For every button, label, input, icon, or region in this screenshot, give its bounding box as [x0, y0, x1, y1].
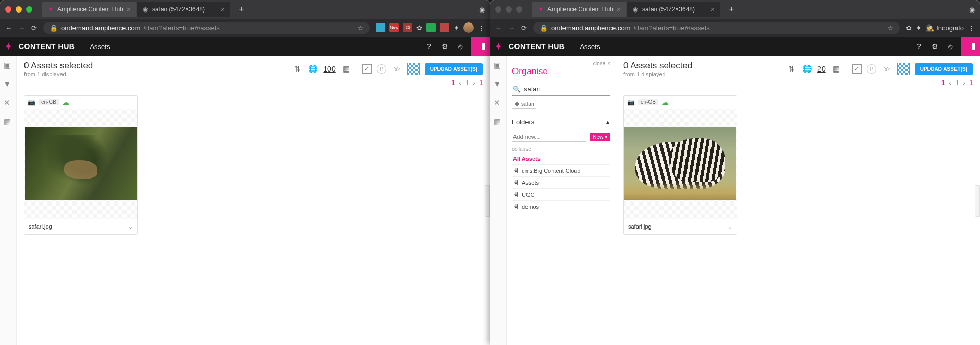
- app-logo-icon[interactable]: ✦: [0, 38, 17, 55]
- sort-icon[interactable]: ⇅: [786, 64, 797, 74]
- window-min[interactable]: [506, 6, 512, 13]
- drawer-handle[interactable]: [485, 185, 490, 217]
- ext-6[interactable]: [440, 23, 449, 32]
- select-toggle[interactable]: ✓: [362, 64, 372, 74]
- extensions-icon[interactable]: ✦: [454, 24, 459, 32]
- folder-icon[interactable]: ▣: [494, 61, 503, 70]
- prev-icon[interactable]: ‹: [949, 79, 951, 87]
- incognito-badge[interactable]: 🕵 Incognito: [926, 24, 964, 32]
- new-folder-input[interactable]: [512, 132, 586, 142]
- menu-icon[interactable]: ⋮: [968, 24, 975, 32]
- tools-icon[interactable]: ✕: [494, 98, 503, 108]
- thumbnail[interactable]: [624, 109, 737, 219]
- grid-icon[interactable]: ▦: [831, 64, 841, 74]
- forward-icon[interactable]: →: [508, 24, 515, 32]
- drawer-handle[interactable]: [975, 185, 980, 217]
- window-close[interactable]: [495, 6, 501, 13]
- exit-icon[interactable]: ⎋: [946, 42, 955, 51]
- help-icon[interactable]: ?: [424, 42, 434, 51]
- new-folder-button[interactable]: New ▾: [590, 133, 610, 141]
- tools-icon[interactable]: ✕: [4, 98, 13, 108]
- tab-close-icon[interactable]: ×: [710, 5, 715, 14]
- tab-2[interactable]: ◉ safari (5472×3648) ×: [137, 2, 230, 17]
- settings-icon[interactable]: ⚙: [440, 42, 449, 51]
- folders-heading[interactable]: Folders ▲: [512, 115, 610, 129]
- page-size[interactable]: 20: [817, 65, 826, 73]
- eye-icon[interactable]: 👁: [881, 65, 892, 74]
- new-tab-button[interactable]: +: [235, 4, 249, 15]
- checker-toggle[interactable]: [897, 63, 910, 75]
- profile-avatar[interactable]: [463, 22, 474, 33]
- reload-icon[interactable]: ⟳: [31, 24, 37, 32]
- media-icon[interactable]: ◉: [479, 6, 485, 14]
- ext-5[interactable]: [426, 23, 436, 32]
- help-icon[interactable]: ?: [914, 42, 924, 51]
- window-max[interactable]: [516, 6, 522, 13]
- search-input[interactable]: safari: [524, 85, 609, 93]
- back-icon[interactable]: ←: [5, 24, 12, 32]
- forward-icon[interactable]: →: [18, 24, 25, 32]
- grid-icon[interactable]: ▦: [341, 64, 351, 74]
- ext-2[interactable]: New: [389, 23, 399, 32]
- eye-icon[interactable]: 👁: [391, 65, 402, 74]
- next-icon[interactable]: ›: [473, 79, 475, 87]
- tab-1[interactable]: ✦ Amplience Content Hub ×: [42, 2, 137, 17]
- close-panel[interactable]: close ×: [593, 61, 610, 66]
- chevron-down-icon[interactable]: ⌄: [128, 223, 133, 230]
- cube-icon[interactable]: ▦: [494, 117, 503, 126]
- upload-button[interactable]: UPLOAD ASSET(S): [425, 63, 483, 75]
- window-max[interactable]: [26, 6, 32, 13]
- panel-toggle-button[interactable]: [471, 37, 490, 56]
- publish-icon[interactable]: P: [867, 64, 876, 74]
- folder-all-assets[interactable]: All Assets: [512, 153, 610, 164]
- ext-1[interactable]: [376, 23, 385, 32]
- tab-close-icon[interactable]: ×: [617, 5, 621, 14]
- folder-icon[interactable]: ▣: [4, 61, 13, 70]
- star-icon[interactable]: ☆: [357, 24, 363, 32]
- extensions-icon[interactable]: ✦: [916, 24, 922, 32]
- chevron-down-icon[interactable]: ⌄: [728, 223, 732, 230]
- page-current[interactable]: 1: [956, 79, 959, 87]
- select-toggle[interactable]: ✓: [852, 64, 862, 74]
- filter-chip[interactable]: ⊗ safari: [512, 100, 536, 109]
- exit-icon[interactable]: ⎋: [456, 42, 465, 51]
- ext-3[interactable]: 20: [403, 23, 412, 32]
- ext-4[interactable]: ✿: [416, 24, 422, 32]
- globe-icon[interactable]: 🌐: [802, 64, 812, 74]
- tab-close-icon[interactable]: ×: [127, 5, 131, 14]
- menu-icon[interactable]: ⋮: [478, 24, 485, 32]
- nav-assets[interactable]: Assets: [90, 43, 110, 51]
- filter-icon[interactable]: ▼: [4, 79, 13, 89]
- tab-2[interactable]: ◉ safari (5472×3648) ×: [627, 2, 720, 17]
- publish-icon[interactable]: P: [377, 64, 386, 74]
- page-size[interactable]: 100: [323, 65, 335, 73]
- app-logo-icon[interactable]: ✦: [490, 38, 507, 55]
- sort-icon[interactable]: ⇅: [292, 64, 302, 74]
- window-min[interactable]: [16, 6, 22, 13]
- new-tab-button[interactable]: +: [725, 4, 739, 15]
- chip-remove-icon[interactable]: ⊗: [514, 101, 519, 108]
- folder-item[interactable]: 🗄Assets: [512, 176, 610, 188]
- asset-card[interactable]: 📷 en-GB ☁ safari.jpg ⌄: [24, 95, 138, 235]
- panel-toggle-button[interactable]: [961, 37, 980, 56]
- asset-card[interactable]: 📷 en-GB ☁ safari.jpg: [623, 95, 737, 235]
- media-icon[interactable]: ◉: [969, 6, 975, 14]
- tab-close-icon[interactable]: ×: [220, 5, 225, 14]
- folder-item[interactable]: 🗄UGC: [512, 188, 610, 200]
- reload-icon[interactable]: ⟳: [521, 24, 527, 32]
- tab-1[interactable]: ✦ Amplience Content Hub ×: [532, 2, 627, 17]
- page-current[interactable]: 1: [466, 79, 469, 87]
- folder-item[interactable]: 🗄demos: [512, 200, 610, 212]
- nav-assets[interactable]: Assets: [580, 43, 600, 51]
- ext-settings-icon[interactable]: ✿: [906, 24, 912, 32]
- star-icon[interactable]: ☆: [887, 24, 893, 32]
- upload-button[interactable]: UPLOAD ASSET(S): [915, 63, 973, 75]
- checker-toggle[interactable]: [407, 63, 420, 75]
- window-close[interactable]: [5, 6, 11, 13]
- next-icon[interactable]: ›: [963, 79, 965, 87]
- url-bar[interactable]: 🔒 ondemand.amplience.com/dam?alerts=true…: [533, 22, 900, 34]
- filter-icon[interactable]: ▼: [494, 79, 503, 89]
- cube-icon[interactable]: ▦: [4, 117, 13, 126]
- back-icon[interactable]: ←: [495, 24, 502, 32]
- thumbnail[interactable]: [24, 109, 137, 219]
